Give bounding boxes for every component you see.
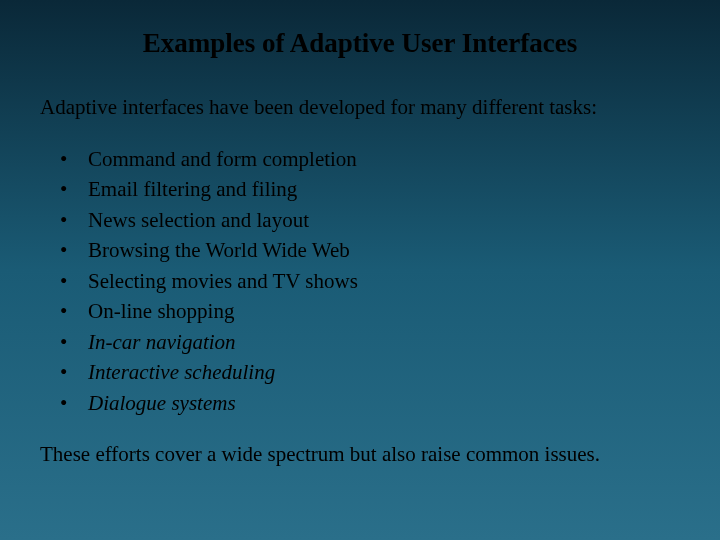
list-item: •News selection and layout xyxy=(60,205,720,235)
bullet-icon: • xyxy=(60,357,88,387)
bullet-list: •Command and form completion •Email filt… xyxy=(0,120,720,418)
list-item-label: Email filtering and filing xyxy=(88,174,297,204)
bullet-icon: • xyxy=(60,388,88,418)
bullet-icon: • xyxy=(60,235,88,265)
list-item: •Dialogue systems xyxy=(60,388,720,418)
outro-text: These efforts cover a wide spectrum but … xyxy=(0,418,720,467)
bullet-icon: • xyxy=(60,296,88,326)
bullet-icon: • xyxy=(60,174,88,204)
list-item-label: Command and form completion xyxy=(88,144,357,174)
slide-title: Examples of Adaptive User Interfaces xyxy=(0,0,720,67)
list-item: •Command and form completion xyxy=(60,144,720,174)
list-item: •Email filtering and filing xyxy=(60,174,720,204)
list-item-label: News selection and layout xyxy=(88,205,309,235)
bullet-icon: • xyxy=(60,266,88,296)
list-item-label: In-car navigation xyxy=(88,327,236,357)
intro-text: Adaptive interfaces have been developed … xyxy=(0,67,720,120)
list-item-label: Dialogue systems xyxy=(88,388,236,418)
list-item-label: Interactive scheduling xyxy=(88,357,275,387)
list-item-label: Browsing the World Wide Web xyxy=(88,235,350,265)
list-item: •On-line shopping xyxy=(60,296,720,326)
list-item: •In-car navigation xyxy=(60,327,720,357)
bullet-icon: • xyxy=(60,327,88,357)
list-item: •Interactive scheduling xyxy=(60,357,720,387)
list-item: •Browsing the World Wide Web xyxy=(60,235,720,265)
list-item-label: Selecting movies and TV shows xyxy=(88,266,358,296)
bullet-icon: • xyxy=(60,205,88,235)
bullet-icon: • xyxy=(60,144,88,174)
list-item-label: On-line shopping xyxy=(88,296,234,326)
list-item: •Selecting movies and TV shows xyxy=(60,266,720,296)
